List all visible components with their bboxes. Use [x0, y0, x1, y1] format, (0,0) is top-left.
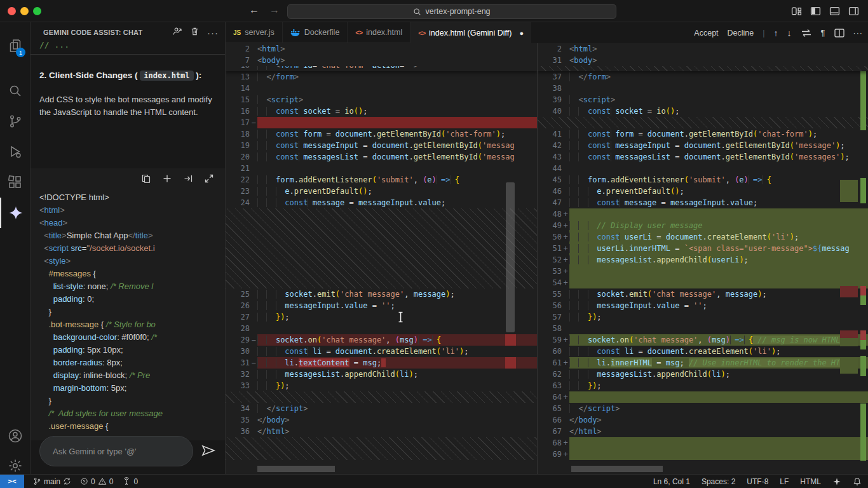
- ellipsis-icon[interactable]: ···: [853, 29, 864, 37]
- send-icon[interactable]: [201, 444, 216, 460]
- insert-into-file-icon[interactable]: [183, 173, 193, 186]
- heading-code-chip: index.html: [140, 71, 193, 81]
- previous-change-icon[interactable]: ↑: [774, 28, 778, 38]
- line-number: 44: [538, 163, 562, 174]
- ports-count: 0: [133, 477, 138, 486]
- line-number: 60: [538, 346, 562, 357]
- code-line: padding: 5px 10px;: [39, 344, 163, 356]
- diff-row: 14: [226, 83, 537, 94]
- ports-indicator[interactable]: 0: [122, 477, 138, 486]
- diff-row: 55 socket.emit('chat message', message);: [538, 288, 868, 300]
- code-line: list-style: none; /* Remove l: [39, 280, 163, 293]
- line-number: 28: [226, 323, 250, 334]
- code-line: }: [39, 306, 163, 318]
- html-icon: <>: [355, 29, 362, 36]
- line-number: 31: [226, 357, 250, 369]
- sidebar-item-explorer[interactable]: 1: [0, 30, 31, 61]
- tab-label: Dockerfile: [304, 28, 340, 37]
- sidebar-item-extensions[interactable]: [0, 167, 31, 198]
- line-number: 62: [538, 369, 562, 380]
- tab-index-html-gemini-diff[interactable]: <> index.html (Gemini Diff) ●: [410, 22, 531, 43]
- diff-row: 54+: [538, 277, 868, 288]
- accounts-button[interactable]: [0, 421, 31, 451]
- gemini-chat-input[interactable]: Ask Gemini or type '@': [39, 436, 193, 466]
- accept-button[interactable]: Accept: [694, 29, 718, 37]
- remote-icon: ><: [8, 477, 16, 485]
- line-number: 39: [538, 94, 562, 105]
- plus-icon[interactable]: [162, 173, 172, 186]
- notifications-bell-icon[interactable]: [853, 477, 862, 486]
- overview-ruler[interactable]: [505, 43, 516, 474]
- line-number: 68: [538, 437, 562, 449]
- gear-icon: [8, 458, 23, 473]
- explorer-badge: 1: [16, 48, 25, 57]
- line-number: 67: [538, 426, 562, 437]
- tab-label: server.js: [245, 28, 275, 37]
- gemini-chat-panel: GEMINI CODE ASSIST: CHAT ··· // ... 2. C…: [31, 22, 226, 474]
- back-icon[interactable]: ←: [249, 4, 259, 16]
- panel-bottom-icon[interactable]: [829, 6, 840, 17]
- sidebar-item-gemini[interactable]: [0, 198, 31, 228]
- gemini-sparkle-icon: [8, 205, 24, 221]
- copy-icon[interactable]: [141, 173, 151, 186]
- dirty-indicator[interactable]: ●: [519, 29, 524, 37]
- decline-button[interactable]: Decline: [728, 29, 754, 37]
- horizontal-scrollbar[interactable]: [257, 466, 335, 472]
- share-conversation-icon[interactable]: [172, 26, 182, 39]
- panel-left-icon[interactable]: [810, 6, 821, 17]
- customize-layout-icon[interactable]: [791, 6, 802, 17]
- indentation-indicator[interactable]: Spaces: 2: [702, 477, 735, 486]
- scrollbar-thumb[interactable]: [506, 182, 515, 332]
- line-number: 49: [538, 220, 562, 231]
- diff-row: 58: [538, 323, 868, 334]
- diff-row: 35</body>: [226, 414, 537, 426]
- encoding-indicator[interactable]: UTF-8: [747, 477, 768, 486]
- diff-row: 39 <script>: [538, 94, 868, 105]
- line-number: 69: [538, 449, 562, 460]
- diff-original-pane[interactable]: 13 </form>1415 <script>16 const socket =…: [226, 43, 537, 474]
- diff-modified-pane[interactable]: 37 </form>3839 <script>40 const socket =…: [537, 43, 868, 474]
- horizontal-scrollbar[interactable]: [571, 466, 663, 472]
- remote-indicator[interactable]: ><: [0, 475, 24, 488]
- line-number: 56: [538, 300, 562, 311]
- code-line: <script src="/socket.io/socket.i: [39, 242, 163, 255]
- collapsed-region: [226, 208, 537, 288]
- tab-dockerfile[interactable]: Dockerfile: [283, 22, 348, 43]
- js-icon: JS: [233, 29, 241, 36]
- eol-indicator[interactable]: LF: [780, 477, 789, 486]
- status-bar: >< main 0 0 0 Ln 6, Col 1 Spaces: 2 UTF-…: [0, 474, 868, 488]
- tab-index-html[interactable]: <> index.html: [348, 22, 410, 43]
- branch-indicator[interactable]: main: [33, 477, 71, 486]
- diff-row: 31<body>: [538, 55, 868, 66]
- language-mode[interactable]: HTML: [800, 477, 821, 486]
- sidebar-item-run-debug[interactable]: [0, 137, 31, 167]
- git-branch-icon: [33, 477, 41, 485]
- sidebar-item-search[interactable]: [0, 76, 31, 106]
- next-change-icon[interactable]: ↓: [787, 28, 792, 38]
- trash-icon[interactable]: [190, 26, 200, 39]
- diff-row: 59+ socket.on('chat message', (msg) => {…: [538, 334, 868, 346]
- panel-right-icon[interactable]: [848, 6, 859, 17]
- tab-server-js[interactable]: JS server.js: [226, 22, 283, 43]
- line-number: 34: [226, 403, 250, 414]
- sidebar-item-source-control[interactable]: [0, 106, 31, 137]
- line-number: 51: [538, 243, 562, 254]
- close-window-button[interactable]: [8, 7, 16, 15]
- minimize-window-button[interactable]: [20, 7, 29, 15]
- command-center-search[interactable]: vertex-prompt-eng: [287, 4, 616, 19]
- expand-icon[interactable]: [204, 173, 214, 186]
- swap-icon[interactable]: [801, 29, 812, 37]
- diff-row: 10 <form id="chat-form" action="">: [226, 66, 537, 71]
- line-number: 36: [226, 426, 250, 437]
- pilcrow-icon[interactable]: ¶: [821, 28, 825, 37]
- problems-indicator[interactable]: 0 0: [80, 477, 113, 486]
- ellipsis-icon[interactable]: ···: [207, 27, 219, 38]
- diff-row: 53+: [538, 266, 868, 277]
- cursor-position[interactable]: Ln 6, Col 1: [653, 477, 690, 486]
- copilot-sparkle-icon[interactable]: [832, 477, 841, 486]
- maximize-window-button[interactable]: [33, 7, 41, 15]
- diff-row: 37 </form>: [538, 71, 868, 83]
- forward-icon[interactable]: →: [269, 4, 280, 16]
- split-editor-icon[interactable]: [834, 29, 844, 37]
- overview-ruler[interactable]: [859, 43, 868, 474]
